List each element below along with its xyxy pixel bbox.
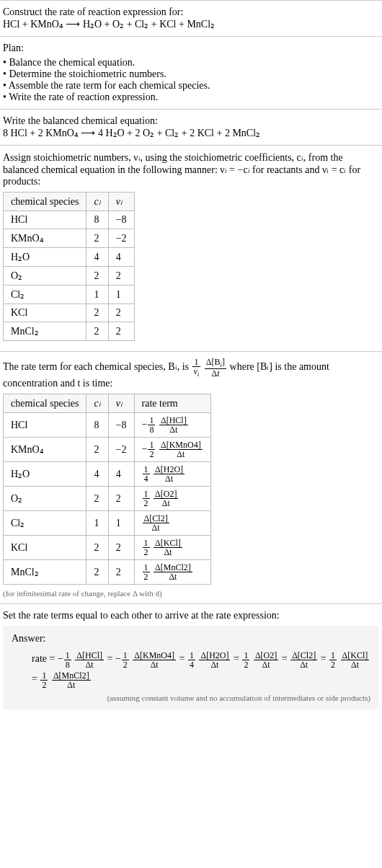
unbalanced-equation: HCl + KMnO₄ ⟶ H₂O + O₂ + Cl₂ + KCl + MnC… bbox=[3, 18, 379, 30]
table-row: MnCl₂2212 Δ[MnCl2]Δt bbox=[4, 560, 211, 585]
table-row: H₂O44 bbox=[4, 248, 135, 267]
answer-note: (assuming constant volume and no accumul… bbox=[12, 694, 370, 702]
cell-vi: −8 bbox=[108, 413, 134, 438]
cell-ci: 1 bbox=[86, 285, 108, 304]
rate-footnote: (for infinitesimal rate of change, repla… bbox=[3, 589, 379, 598]
col-species: chemical species bbox=[4, 192, 86, 211]
table-row: HCl8−8−18 Δ[HCl]Δt bbox=[4, 413, 211, 438]
cell-rate-term: −18 Δ[HCl]Δt bbox=[134, 413, 210, 438]
cell-species: O₂ bbox=[4, 487, 86, 511]
table-row: MnCl₂22 bbox=[4, 322, 135, 341]
rate-term-intro: The rate term for each chemical species,… bbox=[3, 358, 379, 389]
col-ci: cᵢ bbox=[86, 394, 108, 413]
cell-ci: 2 bbox=[86, 487, 108, 511]
cell-ci: 4 bbox=[86, 248, 108, 267]
col-vi: νᵢ bbox=[108, 192, 134, 211]
cell-species: H₂O bbox=[4, 248, 86, 267]
rate-term-section: The rate term for each chemical species,… bbox=[0, 351, 382, 603]
cell-vi: 2 bbox=[108, 560, 134, 585]
table-row: O₂22 bbox=[4, 267, 135, 285]
plan-list: Balance the chemical equation. Determine… bbox=[3, 57, 379, 103]
cell-rate-term: 12 Δ[MnCl2]Δt bbox=[134, 560, 210, 585]
answer-rate-expression: rate = −18 Δ[HCl]Δt = −12 Δ[KMnO4]Δt = 1… bbox=[12, 649, 370, 689]
table-row: H₂O4414 Δ[H2O]Δt bbox=[4, 462, 211, 487]
cell-rate-term: 12 Δ[O2]Δt bbox=[134, 487, 210, 511]
rate-intro-frac2: Δ[Bi]Δt bbox=[205, 358, 226, 378]
cell-ci: 2 bbox=[86, 304, 108, 322]
cell-vi: 4 bbox=[108, 462, 134, 487]
cell-ci: 2 bbox=[86, 267, 108, 285]
cell-species: KCl bbox=[4, 536, 86, 560]
final-intro: Set the rate terms equal to each other t… bbox=[3, 610, 379, 621]
rate-table: chemical species cᵢ νᵢ rate term HCl8−8−… bbox=[3, 394, 211, 585]
table-row: KCl22 bbox=[4, 304, 135, 322]
cell-vi: −8 bbox=[108, 211, 134, 229]
col-vi: νᵢ bbox=[108, 394, 134, 413]
balanced-heading: Write the balanced chemical equation: bbox=[3, 115, 379, 127]
cell-ci: 8 bbox=[86, 211, 108, 229]
cell-vi: 1 bbox=[108, 285, 134, 304]
plan-item: Balance the chemical equation. bbox=[3, 57, 379, 68]
rate-intro-frac1: 1νi bbox=[192, 358, 201, 378]
cell-vi: −2 bbox=[108, 438, 134, 462]
cell-species: HCl bbox=[4, 413, 86, 438]
cell-species: KCl bbox=[4, 304, 86, 322]
cell-ci: 4 bbox=[86, 462, 108, 487]
table-row: KMnO₄2−2−12 Δ[KMnO4]Δt bbox=[4, 438, 211, 462]
plan-item: Assemble the rate term for each chemical… bbox=[3, 80, 379, 92]
cell-ci: 2 bbox=[86, 322, 108, 341]
balanced-section: Write the balanced chemical equation: 8 … bbox=[0, 109, 382, 145]
cell-species: KMnO₄ bbox=[4, 438, 86, 462]
cell-ci: 1 bbox=[86, 511, 108, 536]
table-row: O₂2212 Δ[O2]Δt bbox=[4, 487, 211, 511]
stoich-intro: Assign stoichiometric numbers, νᵢ, using… bbox=[3, 151, 379, 187]
balanced-equation: 8 HCl + 2 KMnO₄ ⟶ 4 H₂O + 2 O₂ + Cl₂ + 2… bbox=[3, 127, 379, 139]
cell-species: H₂O bbox=[4, 462, 86, 487]
table-row: HCl8−8 bbox=[4, 211, 135, 229]
table-row: Cl₂11Δ[Cl2]Δt bbox=[4, 511, 211, 536]
cell-rate-term: 12 Δ[KCl]Δt bbox=[134, 536, 210, 560]
stoich-section: Assign stoichiometric numbers, νᵢ, using… bbox=[0, 145, 382, 351]
stoich-table: chemical species cᵢ νᵢ HCl8−8KMnO₄2−2H₂O… bbox=[3, 192, 135, 341]
rate-intro-a: The rate term for each chemical species,… bbox=[3, 361, 192, 372]
cell-species: MnCl₂ bbox=[4, 560, 86, 585]
cell-rate-term: 14 Δ[H2O]Δt bbox=[134, 462, 210, 487]
prompt-text: Construct the rate of reaction expressio… bbox=[3, 6, 379, 18]
plan-section: Plan: Balance the chemical equation. Det… bbox=[0, 36, 382, 109]
cell-rate-term: Δ[Cl2]Δt bbox=[134, 511, 210, 536]
cell-ci: 8 bbox=[86, 413, 108, 438]
col-ci: cᵢ bbox=[86, 192, 108, 211]
cell-vi: 1 bbox=[108, 511, 134, 536]
cell-species: HCl bbox=[4, 211, 86, 229]
cell-vi: 4 bbox=[108, 248, 134, 267]
table-header-row: chemical species cᵢ νᵢ bbox=[4, 192, 135, 211]
prompt-section: Construct the rate of reaction expressio… bbox=[0, 0, 382, 36]
cell-species: Cl₂ bbox=[4, 511, 86, 536]
cell-vi: 2 bbox=[108, 536, 134, 560]
cell-ci: 2 bbox=[86, 438, 108, 462]
final-section: Set the rate terms equal to each other t… bbox=[0, 603, 382, 717]
cell-rate-term: −12 Δ[KMnO4]Δt bbox=[134, 438, 210, 462]
table-header-row: chemical species cᵢ νᵢ rate term bbox=[4, 394, 211, 413]
table-row: KCl2212 Δ[KCl]Δt bbox=[4, 536, 211, 560]
col-rate: rate term bbox=[134, 394, 210, 413]
col-species: chemical species bbox=[4, 394, 86, 413]
cell-ci: 2 bbox=[86, 536, 108, 560]
answer-label: Answer: bbox=[12, 633, 370, 645]
cell-vi: −2 bbox=[108, 229, 134, 248]
table-row: Cl₂11 bbox=[4, 285, 135, 304]
cell-vi: 2 bbox=[108, 304, 134, 322]
plan-item: Write the rate of reaction expression. bbox=[3, 92, 379, 103]
plan-item: Determine the stoichiometric numbers. bbox=[3, 68, 379, 80]
cell-species: MnCl₂ bbox=[4, 322, 86, 341]
cell-ci: 2 bbox=[86, 560, 108, 585]
cell-species: Cl₂ bbox=[4, 285, 86, 304]
answer-box: Answer: rate = −18 Δ[HCl]Δt = −12 Δ[KMnO… bbox=[3, 626, 379, 709]
cell-ci: 2 bbox=[86, 229, 108, 248]
table-row: KMnO₄2−2 bbox=[4, 229, 135, 248]
plan-heading: Plan: bbox=[3, 43, 379, 54]
cell-species: O₂ bbox=[4, 267, 86, 285]
cell-vi: 2 bbox=[108, 322, 134, 341]
cell-species: KMnO₄ bbox=[4, 229, 86, 248]
cell-vi: 2 bbox=[108, 267, 134, 285]
